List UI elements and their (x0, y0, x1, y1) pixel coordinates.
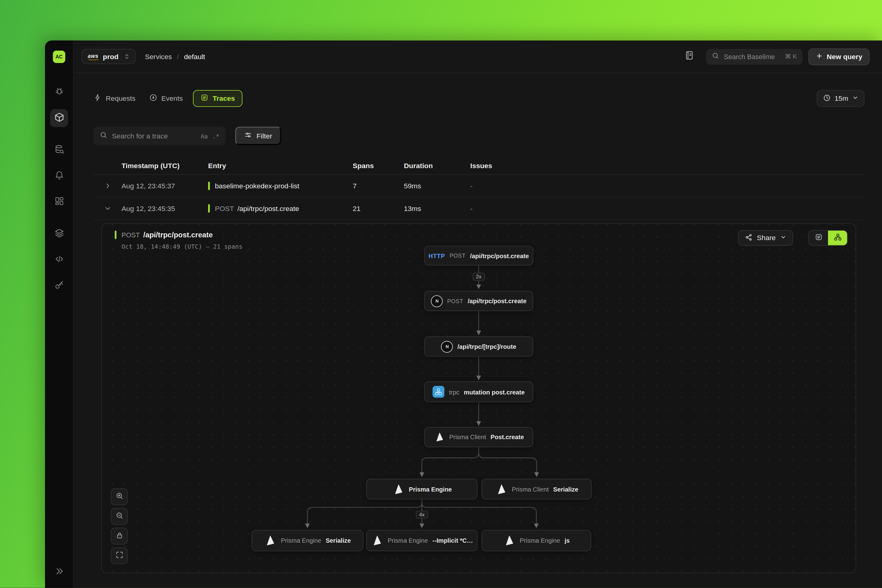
global-search-input[interactable] (724, 52, 780, 61)
filter-button[interactable]: Filter (235, 126, 281, 145)
list-view-button[interactable] (809, 231, 828, 245)
trace-path: /api/trpc/post.create (143, 231, 213, 239)
trace-table: Timestamp (UTC) Entry Spans Duration Iss… (93, 158, 864, 580)
breadcrumb-separator: / (177, 52, 179, 61)
row-spans: 7 (353, 182, 404, 190)
span-label: js (564, 537, 570, 544)
row-entry: POST /api/trpc/post.create (208, 204, 353, 213)
sidebar-item-code[interactable] (50, 251, 68, 269)
trace-search-input[interactable] (112, 132, 196, 140)
sidebar-item-dashboards[interactable] (50, 193, 68, 211)
search-icon (711, 51, 719, 62)
avatar[interactable]: AC (53, 51, 65, 63)
sidebar-item-alerts[interactable] (50, 167, 68, 185)
new-query-button[interactable]: New query (808, 48, 870, 65)
span-prefix: Prisma Client (512, 486, 549, 492)
row-spans: 21 (353, 205, 404, 213)
tab-events[interactable]: Events (149, 90, 183, 107)
row-duration: 59ms (404, 182, 470, 190)
trace-graph-canvas[interactable]: 2x 4x HTTP POST /api/trpc/post.create (102, 224, 855, 573)
filter-label: Filter (256, 132, 272, 140)
span-node-engine-serialize[interactable]: Prisma Engine Serialize (251, 530, 363, 551)
span-label: --Implicit *C… (432, 537, 473, 544)
sidebar-item-keys[interactable] (50, 277, 68, 295)
prisma-icon (264, 534, 276, 547)
chevron-down-icon[interactable] (93, 205, 122, 212)
span-method: POST (450, 253, 465, 259)
zoom-out-icon (115, 511, 124, 522)
zoom-out-button[interactable] (111, 508, 128, 525)
span-node-next-post[interactable]: POST /api/trpc/post.create (424, 291, 533, 311)
tab-requests-label: Requests (106, 94, 135, 103)
span-label: Prisma Engine (409, 486, 452, 492)
span-node-prisma-client-serialize[interactable]: Prisma Client Serialize (482, 478, 592, 500)
keyboard-shortcut: ⌘ K (785, 53, 797, 60)
tab-requests[interactable]: Requests (93, 90, 135, 107)
prisma-icon (495, 483, 507, 495)
zoom-in-button[interactable] (111, 488, 128, 505)
panel-actions: Share (738, 230, 848, 246)
status-bar (115, 231, 117, 239)
search-row: Aa .* Filter (93, 126, 864, 145)
lock-button[interactable] (111, 528, 128, 544)
breadcrumb-services[interactable]: Services (145, 52, 172, 61)
table-header: Timestamp (UTC) Entry Spans Duration Iss… (93, 158, 864, 175)
sidebar-item-queries[interactable] (50, 141, 68, 159)
trace-detail-panel: POST /api/trpc/post.create Oct 18, 14:48… (101, 223, 856, 573)
span-label: /api/trpc/post.create (468, 298, 526, 304)
chevrons-right-icon (54, 566, 64, 578)
table-row[interactable]: Aug 12, 23:45:37 baselime-pokedex-prod-l… (93, 175, 864, 197)
event-circle-icon (149, 93, 158, 104)
traces-icon (200, 93, 209, 104)
span-label: Serialize (553, 486, 578, 492)
time-range-selector[interactable]: 15m (816, 90, 864, 107)
span-node-next-route[interactable]: /api/trpc/[trpc]/route (424, 336, 533, 357)
trace-search[interactable]: Aa .* (93, 126, 226, 145)
span-label: Serialize (326, 537, 351, 544)
col-spans: Spans (353, 162, 404, 170)
journal-icon (684, 50, 694, 63)
nextjs-icon (441, 340, 453, 352)
row-duration: 13ms (404, 205, 470, 213)
span-method: POST (447, 298, 463, 304)
changelog-button[interactable] (684, 50, 694, 63)
topbar: aws prod Services / default (74, 40, 882, 73)
prisma-icon (503, 534, 515, 547)
span-node-engine-implicit[interactable]: Prisma Engine --Implicit *C… (366, 530, 478, 551)
span-label: Post.create (490, 434, 524, 440)
span-node-prisma-engine[interactable]: Prisma Engine (366, 478, 478, 500)
zoom-toolbar (111, 488, 128, 564)
app-window: AC (45, 40, 882, 588)
status-bar (208, 204, 210, 213)
environment-selector[interactable]: aws prod (81, 49, 135, 64)
span-node-prisma-client[interactable]: Prisma Client Post.create (424, 427, 533, 447)
sidebar-item-traces[interactable] (50, 109, 68, 127)
table-row-expanded[interactable]: Aug 12, 23:45:35 POST /api/trpc/post.cre… (93, 198, 864, 220)
fit-view-button[interactable] (111, 547, 128, 564)
span-node-http[interactable]: HTTP POST /api/trpc/post.create (424, 246, 533, 266)
new-query-label: New query (827, 52, 862, 61)
tab-events-label: Events (161, 94, 183, 103)
span-node-engine-js[interactable]: Prisma Engine js (482, 530, 591, 551)
share-nodes-icon (744, 233, 753, 243)
share-button[interactable]: Share (738, 230, 793, 246)
graph-view-button[interactable] (828, 231, 847, 245)
prisma-icon (392, 483, 404, 495)
http-badge: HTTP (429, 252, 445, 259)
sidebar-item-stacks[interactable] (50, 225, 68, 243)
row-issues: - (470, 205, 865, 213)
chevron-down-icon (852, 94, 858, 103)
global-search[interactable]: ⌘ K (706, 49, 802, 64)
cube-icon (54, 112, 64, 124)
regex-toggle[interactable]: .* (212, 133, 219, 140)
match-case-toggle[interactable]: Aa (201, 133, 208, 140)
col-entry: Entry (208, 162, 353, 170)
clock-icon (823, 94, 831, 103)
span-node-trpc[interactable]: trpc mutation post.create (424, 381, 533, 402)
chevron-right-icon[interactable] (93, 182, 122, 190)
span-prefix: Prisma Client (449, 434, 486, 440)
sidebar-item-debug[interactable] (50, 83, 68, 101)
sidebar-expand-button[interactable] (50, 563, 68, 581)
chevron-down-icon (780, 234, 786, 242)
tab-traces[interactable]: Traces (193, 90, 242, 107)
